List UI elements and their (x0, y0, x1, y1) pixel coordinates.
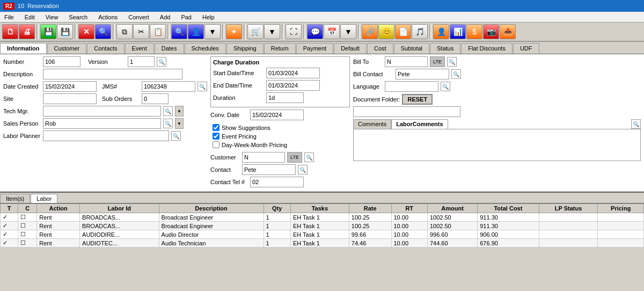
contact-input[interactable] (242, 164, 296, 175)
contact-tel-input[interactable] (250, 177, 304, 187)
tab-payment[interactable]: Payment (296, 43, 333, 54)
labor-planner-input[interactable] (43, 130, 169, 141)
menu-add[interactable]: Add (158, 13, 173, 21)
sub-orders-input[interactable] (142, 93, 169, 104)
menu-edit[interactable]: Edit (23, 13, 37, 21)
person2-button[interactable]: 👤 (433, 24, 449, 39)
language-search-button[interactable]: 🔍 (441, 82, 450, 91)
export-button[interactable]: 📤 (500, 24, 516, 39)
tab-shipping[interactable]: Shipping (226, 43, 264, 54)
version-search-button[interactable]: 🔍 (157, 57, 166, 67)
table-row[interactable]: ✓ ☐ Rent BROADCAS... Broadcast Engineer … (1, 222, 644, 230)
bill-to-search-button[interactable]: 🔍 (447, 57, 457, 67)
tech-mgr-dropdown-button[interactable]: ▼ (175, 106, 184, 117)
version-input[interactable] (128, 56, 155, 67)
paste-button[interactable]: 📋 (150, 24, 166, 39)
menu-file[interactable]: File (2, 13, 16, 21)
calendar-dropdown-button[interactable]: ▼ (340, 24, 356, 39)
music-button[interactable]: 🎵 (412, 24, 428, 39)
menu-view[interactable]: View (43, 13, 61, 21)
bill-to-lte-button[interactable]: LTE (430, 56, 445, 67)
sales-person-input[interactable] (43, 118, 161, 129)
expand-button[interactable]: ⛶ (286, 24, 302, 39)
tab-comments[interactable]: Comments (353, 119, 391, 129)
menu-convert[interactable]: Convert (126, 13, 151, 21)
bill-contact-input[interactable] (396, 69, 449, 79)
cancel-button[interactable]: ✕ (78, 24, 94, 39)
jms-input[interactable] (142, 81, 195, 92)
person-search-button[interactable]: 👤 (188, 24, 204, 39)
sales-person-dropdown-button[interactable]: ▼ (175, 118, 184, 129)
new-button[interactable]: 🗋 (2, 24, 18, 39)
calendar-button[interactable]: 📅 (324, 24, 340, 39)
tab-schedules[interactable]: Schedules (185, 43, 226, 54)
bill-contact-search-button[interactable]: 🔍 (451, 69, 461, 79)
tab-default[interactable]: Default (334, 43, 367, 54)
duration-input[interactable] (266, 92, 304, 103)
tab-subtotal[interactable]: Subtotal (394, 43, 429, 54)
tab-cost[interactable]: Cost (367, 43, 393, 54)
tab-information[interactable]: Information (0, 43, 47, 54)
number-input[interactable] (43, 56, 80, 67)
tab-contacts[interactable]: Contacts (87, 43, 124, 54)
menu-help[interactable]: Help (200, 13, 217, 21)
tech-mgr-input[interactable] (43, 106, 161, 117)
tech-mgr-search-button[interactable]: 🔍 (163, 106, 173, 116)
doc-button[interactable]: 📄 (395, 24, 411, 39)
camera-button[interactable]: 📷 (483, 24, 499, 39)
table-row[interactable]: ✓ ☐ Rent AUDIOTEC... Audio Technician 1 … (1, 239, 644, 248)
smiley-button[interactable]: 😊 (378, 24, 394, 39)
save-print-button[interactable]: 🖨 (19, 24, 35, 39)
table-row[interactable]: ✓ ☐ Rent AUDIODIRE... Audio Director 1 E… (1, 230, 644, 239)
conv-date-input[interactable] (250, 110, 304, 120)
tab-dates[interactable]: Dates (155, 43, 184, 54)
end-date-input[interactable] (266, 80, 320, 91)
save-button[interactable]: 💾 (40, 24, 56, 39)
dollar-button[interactable]: $ (466, 24, 482, 39)
start-date-input[interactable] (266, 68, 320, 78)
reset-button[interactable]: RESET (402, 94, 433, 105)
table-row[interactable]: ✓ ☐ Rent BROADCAS... Broadcast Engineer … (1, 213, 644, 222)
language-input[interactable] (385, 81, 438, 92)
description-input[interactable] (43, 69, 182, 79)
date-created-input[interactable] (43, 81, 97, 92)
tab-labor-comments[interactable]: LaborComments (391, 119, 448, 129)
menu-pad[interactable]: Pad (179, 13, 194, 21)
comments-search-button[interactable]: 🔍 (631, 119, 641, 129)
bill-to-input[interactable] (385, 56, 428, 67)
cart-button[interactable]: 🛒 (247, 24, 264, 39)
save2-button[interactable]: 💾 (57, 24, 73, 39)
search-button[interactable]: 🔍 (95, 24, 111, 39)
customer-search-button[interactable]: 🔍 (304, 152, 314, 162)
customer-input[interactable] (242, 152, 285, 163)
bottom-tab-items[interactable]: Item(s) (0, 194, 30, 203)
tab-flat-discounts[interactable]: Flat Discounts (461, 43, 513, 54)
sales-person-search-button[interactable]: 🔍 (163, 119, 173, 128)
cut-button[interactable]: ✂ (133, 24, 149, 39)
day-week-month-checkbox[interactable] (213, 141, 219, 148)
show-suggestions-checkbox[interactable] (213, 124, 219, 131)
customer-lte-button[interactable]: LTE (287, 152, 302, 163)
dropdown-button[interactable]: ▼ (204, 24, 221, 39)
bottom-tab-labor[interactable]: Labor (31, 194, 57, 203)
site-input[interactable] (43, 93, 97, 104)
labor-planner-search-button[interactable]: 🔍 (171, 131, 181, 141)
comments-textarea[interactable] (353, 129, 641, 161)
search2-button[interactable]: 🔍 (171, 24, 187, 39)
cart-dropdown-button[interactable]: ▼ (264, 24, 280, 39)
tab-udf[interactable]: UDF (513, 43, 539, 54)
jms-search-button[interactable]: 🔍 (197, 82, 207, 91)
contact-search-button[interactable]: 🔍 (298, 165, 308, 174)
tab-event[interactable]: Event (125, 43, 154, 54)
network-button[interactable]: 🔗 (362, 24, 378, 39)
tab-return[interactable]: Return (264, 43, 296, 54)
connect-button[interactable]: ✦ (226, 24, 242, 39)
tab-customer[interactable]: Customer (47, 43, 87, 54)
menu-actions[interactable]: Actions (96, 13, 120, 21)
event-pricing-checkbox[interactable] (213, 133, 219, 140)
document-folder-input[interactable] (353, 106, 460, 117)
tab-status[interactable]: Status (430, 43, 460, 54)
copy-button[interactable]: ⧉ (116, 24, 133, 39)
menu-search[interactable]: Search (67, 13, 90, 21)
chart-button[interactable]: 📊 (450, 24, 466, 39)
